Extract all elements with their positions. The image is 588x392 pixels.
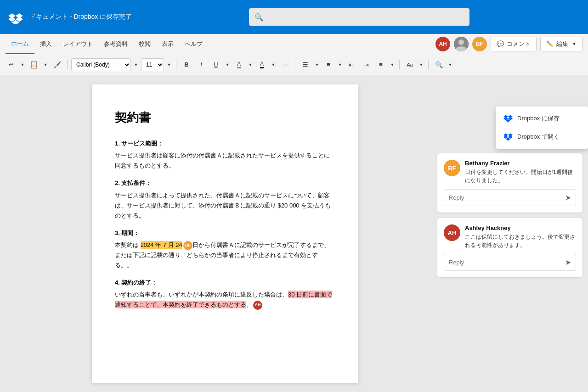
comment-card-2: AH Ashley Hackney ここは保留にしておきましょう。後で変更される… [437, 218, 582, 277]
open-in-dropbox-item[interactable]: Dropbox で開く [496, 128, 588, 146]
comment-1-text: 日付を変更してください。開始日が1週間後になりました。 [465, 168, 576, 185]
increase-indent-button[interactable]: ⇥ [360, 58, 373, 71]
comment-2-avatar: AH [444, 224, 460, 241]
comment-icon: 💬 [497, 40, 504, 47]
document-area: 契約書 1. サービス範囲： サービス提供者は顧客に添付の付属書Ａに記載されたサ… [0, 75, 432, 392]
menu-item-layout[interactable]: レイアウト [57, 34, 98, 54]
numbering-dropdown-button[interactable]: ▼ [337, 58, 343, 71]
edit-label: 編集 [556, 40, 568, 48]
section-1: 1. サービス範囲： サービス提供者は顧客に添付の付属書Ａに記載されたサービスを… [115, 139, 335, 171]
right-controls: AH BF 💬 コメント ✏️ 編集 ▼ [435, 37, 582, 51]
font-size-dropdown-button[interactable]: ▼ [166, 58, 172, 71]
clipboard-button[interactable]: 📋 [28, 58, 40, 71]
section-1-heading: 1. サービス範囲： [115, 139, 335, 149]
styles-dropdown-button[interactable]: ▼ [418, 58, 424, 71]
section-4-heading: 4. 契約の終了： [115, 278, 335, 288]
document-title: ドキュメント - Dropbox に保存完了 [29, 13, 132, 21]
align-dropdown-button[interactable]: ▼ [389, 58, 396, 71]
section-4-body: いずれの当事者も、いずれかが本契約の条項に違反した場合は、30 日前に書面で通知… [115, 290, 335, 310]
find-dropdown-button[interactable]: ▼ [447, 58, 453, 71]
find-button[interactable]: 🔍 [432, 58, 445, 71]
numbering-button[interactable]: ≡ [322, 58, 335, 71]
underline-dropdown-button[interactable]: ▼ [224, 58, 231, 71]
undo-dropdown-button[interactable]: ▼ [19, 58, 26, 71]
avatar-bf[interactable]: BF [472, 37, 487, 51]
avatar-photo[interactable] [454, 37, 469, 51]
toolbar-divider-5 [428, 60, 429, 69]
open-in-dropbox-label: Dropbox で開く [517, 133, 560, 141]
section-4-body-before: いずれの当事者も、いずれかが本契約の条項に違反した場合は、 [115, 291, 288, 298]
menu-item-view[interactable]: 表示 [156, 34, 179, 54]
search-input[interactable] [267, 13, 464, 21]
bullets-button[interactable]: ☰ [299, 58, 312, 71]
section-3: 3. 期間： 本契約は 2024 年 7 月 24BF日から付属書Ａに記載のサー… [115, 228, 335, 270]
font-color-dropdown-button[interactable]: ▼ [270, 58, 277, 71]
search-bar[interactable]: 🔍 [249, 8, 469, 26]
document-page: 契約書 1. サービス範囲： サービス提供者は顧客に添付の付属書Ａに記載されたサ… [92, 84, 358, 383]
comment-card-1: BF Bethany Frazier 日付を変更してください。開始日が1週間後に… [437, 153, 582, 213]
main-area: 契約書 1. サービス範囲： サービス提供者は顧客に添付の付属書Ａに記載されたサ… [0, 75, 588, 392]
comment-1-send-button[interactable]: ➤ [565, 193, 571, 202]
comment-button[interactable]: 💬 コメント [491, 37, 537, 51]
comment-1-content: Bethany Frazier 日付を変更してください。開始日が1週間後になりま… [465, 160, 576, 185]
save-to-dropbox-label: Dropbox に保存 [517, 114, 560, 123]
section-3-heading: 3. 期間： [115, 228, 335, 238]
comment-1-reply-box[interactable]: ➤ [444, 189, 576, 206]
format-painter-button[interactable]: 🖌️ [51, 58, 63, 71]
italic-button[interactable]: I [195, 58, 208, 71]
menu-item-home[interactable]: ホーム [6, 34, 34, 54]
font-size-selector[interactable]: 11 [141, 58, 164, 71]
comment-label: コメント [507, 40, 531, 48]
undo-button[interactable]: ↩ [5, 58, 17, 71]
comment-2-header: AH Ashley Hackney ここは保留にしておきましょう。後で変更される… [444, 224, 576, 249]
edit-icon: ✏️ [546, 40, 554, 47]
document-heading: 契約書 [115, 107, 335, 128]
paragraph-align-button[interactable]: ≡ [374, 58, 387, 71]
bullets-dropdown-button[interactable]: ▼ [314, 58, 320, 71]
menu-item-help[interactable]: ヘルプ [179, 34, 208, 54]
section-3-body-before: 本契約は [115, 241, 141, 248]
dropbox-logo [7, 9, 24, 25]
comment-2-reply-box[interactable]: ➤ [444, 254, 576, 271]
section-4-body-after: 。 [246, 301, 252, 308]
toolbar-divider-1 [67, 60, 68, 69]
menu-item-references[interactable]: 参考資料 [98, 34, 133, 54]
toolbar: ↩ ▼ 📋 ▼ 🖌️ Calibri (Body) ▼ 11 ▼ B I U ▼… [0, 54, 588, 75]
section-2: 2. 支払条件： サービス提供者によって提供された、付属書Ａに記載のサービスにつ… [115, 178, 335, 220]
save-to-dropbox-item[interactable]: Dropbox に保存 [496, 109, 588, 128]
dropbox-dropdown: Dropbox に保存 Dropbox で開く [496, 106, 588, 149]
menu-item-insert[interactable]: 挿入 [34, 34, 57, 54]
section-2-heading: 2. 支払条件： [115, 178, 335, 188]
highlight-dropdown-button[interactable]: ▼ [247, 58, 254, 71]
comment-2-content: Ashley Hackney ここは保留にしておきましょう。後で変更される可能性… [465, 224, 576, 249]
section-4: 4. 契約の終了： いずれの当事者も、いずれかが本契約の条項に違反した場合は、3… [115, 278, 335, 310]
comment-1-reply-input[interactable] [449, 194, 565, 201]
decrease-indent-button[interactable]: ⇤ [345, 58, 358, 71]
comment-2-text: ここは保留にしておきましょう。後で変更される可能性があります。 [465, 233, 576, 249]
toolbar-divider-3 [295, 60, 295, 69]
comment-1-header: BF Bethany Frazier 日付を変更してください。開始日が1週間後に… [444, 160, 576, 185]
svg-point-1 [458, 39, 464, 45]
comment-2-author: Ashley Hackney [465, 224, 576, 231]
font-name-selector[interactable]: Calibri (Body) [71, 58, 131, 71]
more-options-button[interactable]: ··· [278, 58, 291, 71]
comment-1-author: Bethany Frazier [465, 160, 576, 167]
title-bar: ドキュメント - Dropbox に保存完了 🔍 [0, 0, 588, 34]
styles-button[interactable]: Aa [403, 58, 416, 71]
right-panel: Dropbox に保存 Dropbox で開く BF B [432, 75, 588, 392]
text-highlight-button[interactable]: A [232, 58, 245, 71]
menu-item-review[interactable]: 校閲 [133, 34, 156, 54]
comment-marker-ah[interactable]: AH [253, 301, 262, 310]
edit-dropdown-icon: ▼ [572, 41, 577, 46]
underline-button[interactable]: U [209, 58, 222, 71]
bold-button[interactable]: B [180, 58, 193, 71]
font-color-button[interactable]: A [255, 58, 268, 71]
comment-marker-bf[interactable]: BF [183, 241, 192, 250]
comment-2-reply-input[interactable] [449, 259, 565, 266]
clipboard-dropdown-button[interactable]: ▼ [42, 58, 49, 71]
comment-1-avatar: BF [444, 160, 460, 176]
edit-button[interactable]: ✏️ 編集 ▼ [540, 37, 582, 51]
comment-2-send-button[interactable]: ➤ [565, 258, 571, 267]
font-dropdown-button[interactable]: ▼ [133, 58, 139, 71]
avatar-ah[interactable]: AH [435, 37, 450, 51]
